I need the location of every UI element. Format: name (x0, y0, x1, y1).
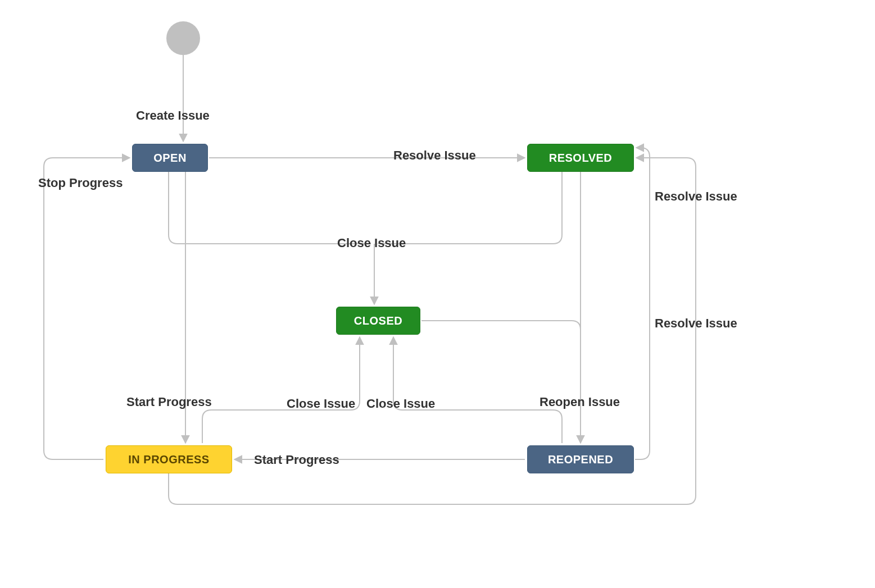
edge-reopened-closed (393, 337, 562, 443)
label-close-issue-top: Close Issue (337, 236, 406, 250)
state-closed: CLOSED (336, 307, 420, 335)
label-close-issue-right: Close Issue (366, 396, 435, 411)
state-open: OPEN (132, 144, 208, 172)
edge-inprogress-open (44, 158, 130, 459)
edge-inprogress-closed (202, 337, 360, 443)
start-node (166, 21, 200, 55)
edge-closed-reopened (421, 321, 581, 404)
edge-resolved-close-branch (378, 172, 562, 244)
label-reopen-issue: Reopen Issue (539, 395, 620, 409)
label-start-progress-bottom: Start Progress (254, 453, 339, 467)
label-resolve-issue-top: Resolve Issue (393, 148, 476, 163)
label-close-issue-left: Close Issue (287, 396, 355, 411)
edge-reopened-resolved (635, 148, 650, 459)
label-resolve-issue-r1: Resolve Issue (655, 189, 737, 204)
workflow-diagram: OPEN RESOLVED CLOSED IN PROGRESS REOPENE… (0, 0, 875, 588)
label-resolve-issue-r2: Resolve Issue (655, 316, 737, 331)
state-inprogress: IN PROGRESS (106, 445, 232, 473)
edges-layer (0, 0, 875, 588)
state-resolved: RESOLVED (527, 144, 634, 172)
edge-open-close-branch (169, 172, 371, 244)
label-start-progress-left: Start Progress (126, 395, 212, 409)
state-reopened: REOPENED (527, 445, 634, 473)
label-stop-progress: Stop Progress (38, 176, 123, 190)
label-create-issue: Create Issue (136, 108, 210, 123)
